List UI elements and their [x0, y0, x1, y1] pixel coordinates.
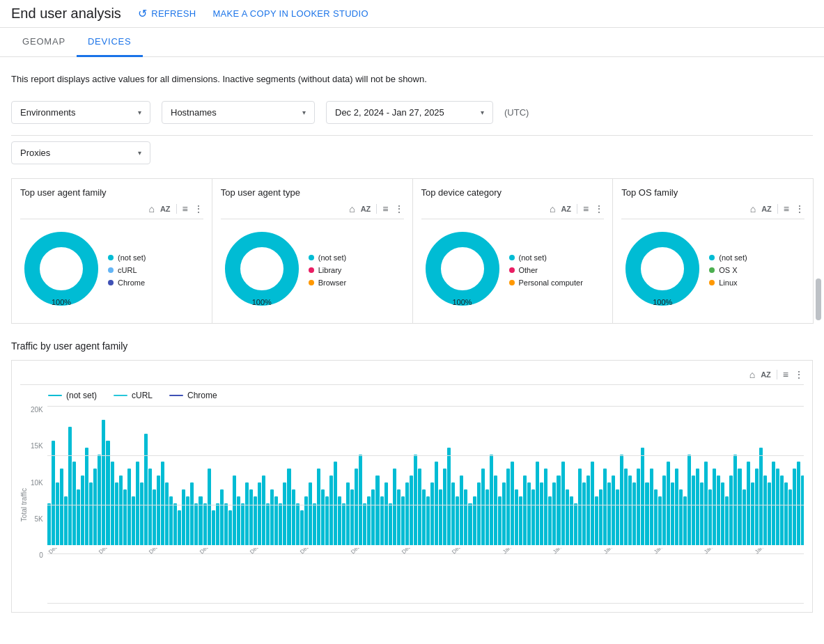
bar	[447, 448, 451, 545]
az-icon[interactable]: AZ	[761, 370, 771, 379]
filter-icon[interactable]: ≡	[583, 203, 589, 214]
chart-title-1: Top user agent family	[20, 187, 203, 198]
bar	[430, 482, 434, 545]
home-icon[interactable]: ⌂	[550, 203, 555, 214]
environments-filter[interactable]: Environments ▾	[11, 101, 150, 124]
bar	[169, 496, 173, 545]
more-icon[interactable]: ⋮	[394, 203, 404, 214]
bar	[262, 476, 265, 545]
chevron-down-icon: ▾	[302, 109, 306, 116]
bar	[249, 489, 253, 545]
bar	[582, 482, 586, 545]
legend-line	[169, 395, 183, 396]
svg-point-7	[647, 253, 678, 284]
make-copy-button[interactable]: MAKE A COPY IN LOOKER STUDIO	[212, 8, 368, 19]
hostnames-filter[interactable]: Hostnames ▾	[162, 101, 315, 124]
tab-devices[interactable]: DEVICES	[77, 28, 143, 57]
legend-dot	[709, 267, 715, 273]
bar	[477, 482, 481, 545]
bar	[658, 496, 662, 545]
legend-label: Library	[318, 266, 342, 274]
bar	[574, 503, 577, 545]
bar	[165, 482, 169, 545]
tab-geomap[interactable]: GEOMAP	[11, 28, 77, 57]
bar	[540, 482, 543, 545]
scrollbar[interactable]	[816, 278, 821, 320]
bar	[220, 489, 224, 545]
bar	[254, 496, 257, 545]
chart-user-agent-family: Top user agent family ⌂ AZ ≡ ⋮ 100%	[11, 178, 212, 324]
home-icon[interactable]: ⌂	[749, 369, 755, 380]
bar	[81, 476, 84, 545]
chart-device-category: Top device category ⌂ AZ ≡ ⋮ 100%	[412, 178, 614, 324]
bar	[662, 476, 666, 545]
bar	[561, 462, 565, 545]
bar	[679, 489, 683, 545]
bar	[704, 462, 708, 545]
bar	[696, 469, 699, 545]
x-axis: Dec 2, 2024, 12AMDec 5, 2024, 2AMDec 9, …	[47, 548, 804, 604]
legend-dot	[108, 280, 114, 285]
bar	[338, 496, 341, 545]
filter-icon[interactable]: ≡	[382, 203, 388, 214]
legend-2: (not set) Library Browser	[309, 253, 346, 287]
az-icon[interactable]: AZ	[561, 205, 571, 213]
bar	[216, 503, 219, 545]
bar	[692, 476, 695, 545]
legend-label: OS X	[719, 266, 737, 274]
bar	[233, 476, 236, 545]
bar	[89, 482, 93, 545]
proxies-filter[interactable]: Proxies ▾	[11, 141, 150, 164]
donut-percent-3: 100%	[452, 298, 472, 306]
bar	[274, 496, 278, 545]
traffic-section: Traffic by user agent family ⌂ AZ ≡ ⋮ (n…	[11, 340, 813, 613]
filter-icon[interactable]: ≡	[182, 203, 188, 214]
refresh-button[interactable]: ↺ REFRESH	[138, 7, 196, 20]
bar	[228, 510, 232, 545]
traffic-title: Traffic by user agent family	[11, 340, 813, 352]
bar	[178, 510, 181, 545]
legend-item: Other	[509, 266, 583, 274]
bar	[708, 489, 712, 545]
bar	[641, 448, 644, 545]
az-icon[interactable]: AZ	[160, 205, 171, 213]
filters-row-1: Environments ▾ Hostnames ▾ Dec 2, 2024 -…	[11, 101, 813, 124]
bar	[721, 482, 724, 545]
bar	[203, 503, 207, 545]
az-icon[interactable]: AZ	[361, 205, 371, 213]
home-icon[interactable]: ⌂	[750, 203, 756, 214]
legend-label: Other	[519, 266, 538, 274]
bar	[270, 489, 274, 545]
bar	[300, 510, 304, 545]
bar	[645, 482, 648, 545]
divider	[376, 204, 377, 214]
legend-item: (not set)	[509, 253, 583, 262]
bar	[410, 476, 413, 545]
legend-label: cURL	[118, 266, 137, 274]
filter-icon[interactable]: ≡	[784, 203, 789, 214]
home-icon[interactable]: ⌂	[148, 203, 154, 214]
bar	[591, 462, 594, 545]
date-range-filter[interactable]: Dec 2, 2024 - Jan 27, 2025 ▾	[326, 101, 493, 124]
more-icon[interactable]: ⋮	[594, 203, 604, 214]
home-icon[interactable]: ⌂	[349, 203, 355, 214]
bar	[153, 489, 156, 545]
filter-icon[interactable]: ≡	[783, 369, 788, 380]
bar	[325, 496, 329, 545]
bar	[768, 482, 771, 545]
bar	[321, 489, 325, 545]
bar	[570, 496, 573, 545]
legend-dot	[709, 255, 715, 260]
more-icon[interactable]: ⋮	[794, 369, 804, 380]
chart-controls-2: ⌂ AZ ≡ ⋮	[221, 203, 404, 219]
az-icon[interactable]: AZ	[761, 205, 772, 213]
more-icon[interactable]: ⋮	[194, 203, 203, 214]
legend-dot	[709, 280, 715, 285]
chart-user-agent-type: Top user agent type ⌂ AZ ≡ ⋮ 100%	[212, 178, 413, 324]
bar	[309, 482, 312, 545]
legend-dot	[509, 280, 515, 285]
bars-container	[47, 406, 804, 545]
more-icon[interactable]: ⋮	[795, 203, 804, 214]
traffic-chart-wrapper: ⌂ AZ ≡ ⋮ (not set) cURL Chrome	[11, 360, 813, 613]
bar	[72, 462, 76, 545]
